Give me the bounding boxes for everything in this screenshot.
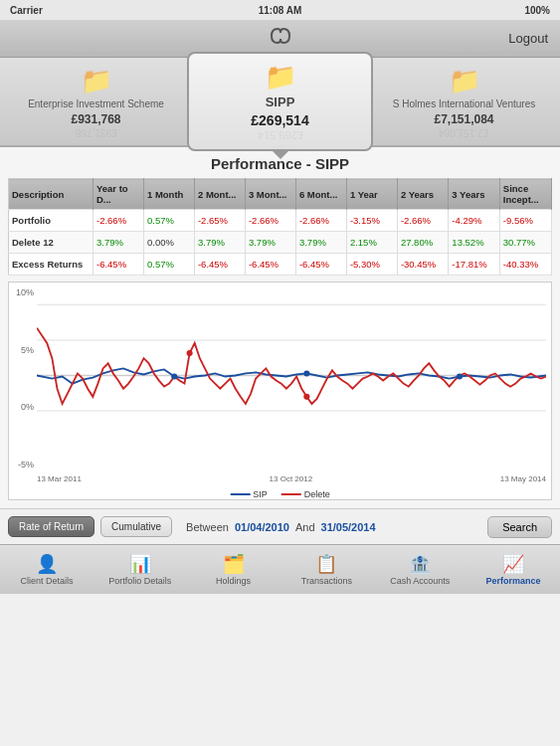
legend-sip: SIP xyxy=(230,489,268,499)
x-label-2012: 13 Oct 2012 xyxy=(270,474,313,483)
col-header-si: Since Incept... xyxy=(499,179,551,210)
table-cell: Portfolio xyxy=(9,210,93,232)
performance-chart: 10% 5% 0% -5% xyxy=(8,281,552,500)
col-header-ytd: Year to D... xyxy=(93,179,143,210)
svg-point-7 xyxy=(303,370,309,376)
table-cell: 3.79% xyxy=(194,232,245,254)
col-header-y2: 2 Years xyxy=(397,179,448,210)
and-label: And xyxy=(295,521,315,533)
col-header-y3: 3 Years xyxy=(449,179,499,210)
search-button[interactable]: Search xyxy=(487,516,552,538)
status-bar: Carrier 11:08 AM 100% xyxy=(0,0,560,20)
start-date[interactable]: 01/04/2010 xyxy=(235,521,289,533)
account-value-eis: £931,768 xyxy=(71,112,120,126)
account-value-shiv: £7,151,084 xyxy=(434,112,493,126)
tab-portfolio-details[interactable]: 📊 Portfolio Details xyxy=(93,549,187,590)
tab-label-portfolio-details: Portfolio Details xyxy=(108,576,171,586)
chart-lines xyxy=(37,287,546,465)
account-selector: 📁 Enterprise Investment Scheme £931,768 … xyxy=(0,58,560,147)
col-header-m3: 3 Mont... xyxy=(245,179,295,210)
legend-sip-label: SIP xyxy=(253,489,268,499)
table-cell: Delete 12 xyxy=(9,232,93,254)
table-cell: -5.30% xyxy=(346,254,397,276)
account-value-sipp: £269,514 xyxy=(251,112,308,128)
transactions-icon: 📋 xyxy=(315,553,337,575)
y-label-10: 10% xyxy=(16,287,34,297)
account-name-shiv: S Holmes International Ventures xyxy=(393,98,535,110)
tab-label-performance: Performance xyxy=(486,576,541,586)
y-label-5: 5% xyxy=(21,345,34,355)
svg-point-4 xyxy=(187,350,193,356)
main-content: Performance - SIPP Description Year to D… xyxy=(0,147,560,508)
x-label-2011: 13 Mar 2011 xyxy=(37,474,82,483)
table-cell: -2.65% xyxy=(194,210,245,232)
account-reflection-shiv: £7,151,084 xyxy=(439,127,488,138)
table-cell: -40.33% xyxy=(499,254,551,276)
tab-holdings[interactable]: 🗂️ Holdings xyxy=(187,549,280,590)
table-cell: -6.45% xyxy=(295,254,346,276)
chart-svg-container xyxy=(37,287,546,465)
carrier-label: Carrier xyxy=(10,5,43,16)
tab-cash-accounts[interactable]: 🏦 Cash Accounts xyxy=(373,549,467,590)
table-cell: 3.79% xyxy=(93,232,143,254)
account-name-eis: Enterprise Investment Scheme xyxy=(28,98,164,110)
account-reflection-sipp: £269,514 xyxy=(258,129,303,141)
table-cell: 2.15% xyxy=(346,232,397,254)
table-cell: Excess Returns xyxy=(9,254,93,276)
account-item-sipp[interactable]: 📁 SIPP £269,514 £269,514 xyxy=(187,52,373,151)
table-row: Delete 123.79%0.00%3.79%3.79%3.79%2.15%2… xyxy=(9,232,552,254)
x-label-2014: 13 May 2014 xyxy=(500,474,546,483)
table-cell: -9.56% xyxy=(499,210,551,232)
rate-of-return-button[interactable]: Rate of Return xyxy=(8,516,94,537)
client-details-icon: 👤 xyxy=(36,553,58,575)
legend-delete: Delete xyxy=(281,489,330,499)
table-row: Portfolio-2.66%0.57%-2.65%-2.66%-2.66%-3… xyxy=(9,210,552,232)
tab-label-transactions: Transactions xyxy=(301,576,352,586)
table-row: Excess Returns-6.45%0.57%-6.45%-6.45%-6.… xyxy=(9,254,552,276)
cumulative-button[interactable]: Cumulative xyxy=(100,516,172,537)
table-cell: 0.57% xyxy=(143,254,194,276)
table-cell: -6.45% xyxy=(93,254,143,276)
tab-bar: 👤 Client Details 📊 Portfolio Details 🗂️ … xyxy=(0,544,560,594)
account-item-shiv[interactable]: 📁 S Holmes International Ventures £7,151… xyxy=(373,58,555,146)
table-cell: -2.66% xyxy=(295,210,346,232)
account-name-sipp: SIPP xyxy=(266,94,295,110)
account-item-eis[interactable]: 📁 Enterprise Investment Scheme £931,768 … xyxy=(5,58,187,146)
table-cell: -17.81% xyxy=(449,254,499,276)
svg-point-5 xyxy=(303,394,309,400)
bottom-controls: Rate of Return Cumulative Between 01/04/… xyxy=(0,508,560,544)
tab-label-client-details: Client Details xyxy=(20,576,73,586)
account-reflection-eis: £931,768 xyxy=(76,127,117,138)
chart-legend: SIP Delete xyxy=(230,489,330,499)
performance-table: Description Year to D... 1 Month 2 Mont.… xyxy=(8,178,552,276)
holdings-icon: 🗂️ xyxy=(223,553,245,575)
chart-x-axis: 13 Mar 2011 13 Oct 2012 13 May 2014 xyxy=(37,474,546,483)
table-cell: -2.66% xyxy=(245,210,295,232)
table-cell: -6.45% xyxy=(194,254,245,276)
y-label-neg5: -5% xyxy=(18,460,34,469)
between-label: Between xyxy=(186,521,229,533)
table-cell: -6.45% xyxy=(245,254,295,276)
tab-performance[interactable]: 📈 Performance xyxy=(467,549,560,590)
col-header-y1: 1 Year xyxy=(346,179,397,210)
tab-transactions[interactable]: 📋 Transactions xyxy=(280,549,373,590)
table-cell: 0.57% xyxy=(143,210,194,232)
time-label: 11:08 AM xyxy=(259,5,302,16)
svg-point-6 xyxy=(171,373,177,379)
col-header-m1: 1 Month xyxy=(143,179,194,210)
app-logo xyxy=(266,25,295,52)
table-cell: 13.52% xyxy=(449,232,499,254)
tab-client-details[interactable]: 👤 Client Details xyxy=(0,549,93,590)
logout-button[interactable]: Logout xyxy=(508,31,548,46)
y-label-0: 0% xyxy=(21,402,34,412)
svg-point-8 xyxy=(457,373,463,379)
col-header-desc: Description xyxy=(9,179,93,210)
chart-y-axis: 10% 5% 0% -5% xyxy=(9,287,37,469)
table-cell: -2.66% xyxy=(397,210,448,232)
table-cell: 30.77% xyxy=(499,232,551,254)
legend-sip-line xyxy=(230,493,250,495)
account-icon-eis: 📁 xyxy=(81,66,112,96)
battery-label: 100% xyxy=(524,5,550,16)
end-date[interactable]: 31/05/2014 xyxy=(321,521,376,533)
portfolio-details-icon: 📊 xyxy=(129,553,151,575)
